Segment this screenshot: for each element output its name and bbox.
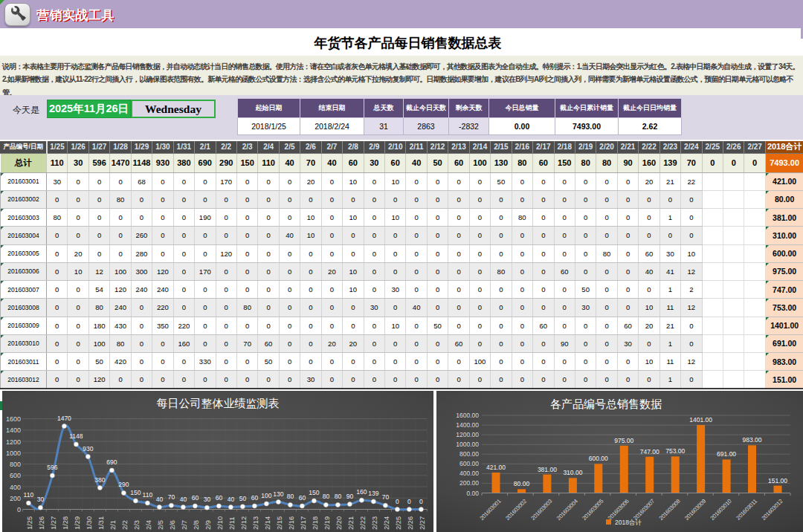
svg-text:201603004: 201603004 <box>555 498 579 522</box>
svg-text:975.00: 975.00 <box>614 437 633 444</box>
svg-text:0: 0 <box>419 498 423 505</box>
svg-text:800: 800 <box>10 461 21 468</box>
svg-text:2/6: 2/6 <box>169 520 176 530</box>
svg-text:2/12: 2/12 <box>240 516 248 530</box>
svg-text:600.00: 600.00 <box>459 460 479 467</box>
svg-text:421.00: 421.00 <box>486 464 506 471</box>
svg-text:930: 930 <box>83 445 93 452</box>
svg-text:983.00: 983.00 <box>743 436 762 444</box>
svg-text:201603001: 201603001 <box>478 498 502 522</box>
svg-text:2/11: 2/11 <box>228 517 236 530</box>
svg-text:80.00: 80.00 <box>514 480 530 487</box>
svg-text:2/21: 2/21 <box>347 516 355 530</box>
svg-text:747.00: 747.00 <box>640 448 660 455</box>
svg-text:201603009: 201603009 <box>683 498 707 522</box>
svg-text:201603005: 201603005 <box>581 498 604 522</box>
svg-text:40: 40 <box>228 496 235 503</box>
svg-text:60: 60 <box>251 494 259 502</box>
svg-text:1600.00: 1600.00 <box>456 412 479 419</box>
svg-text:40: 40 <box>156 496 164 503</box>
svg-text:600: 600 <box>10 472 21 479</box>
svg-text:0: 0 <box>407 498 411 505</box>
svg-text:2/2: 2/2 <box>121 520 129 530</box>
svg-text:1/28: 1/28 <box>62 516 69 530</box>
svg-text:151.00: 151.00 <box>768 477 787 484</box>
svg-text:290: 290 <box>118 481 129 488</box>
svg-text:1/26: 1/26 <box>38 516 45 530</box>
svg-text:30: 30 <box>37 496 45 503</box>
svg-text:2/17: 2/17 <box>300 516 307 530</box>
svg-text:400.00: 400.00 <box>459 470 479 477</box>
svg-text:1400: 1400 <box>6 426 21 434</box>
svg-text:2/15: 2/15 <box>276 516 283 530</box>
svg-text:1/29: 1/29 <box>74 516 81 530</box>
svg-text:201603010: 201603010 <box>709 498 733 522</box>
svg-text:2/22: 2/22 <box>359 516 367 530</box>
svg-text:2/20: 2/20 <box>335 516 343 530</box>
svg-text:2/1: 2/1 <box>109 520 117 530</box>
svg-text:2/13: 2/13 <box>252 516 259 530</box>
svg-text:80: 80 <box>335 493 342 500</box>
svg-text:每日公司整体业绩监测表: 每日公司整体业绩监测表 <box>157 397 280 409</box>
svg-text:1/30: 1/30 <box>86 516 93 530</box>
svg-text:1200.00: 1200.00 <box>456 431 479 438</box>
svg-text:100: 100 <box>261 492 271 499</box>
svg-text:2/8: 2/8 <box>193 520 200 530</box>
svg-text:150: 150 <box>130 489 141 496</box>
svg-text:90: 90 <box>346 493 354 500</box>
svg-text:201603011: 201603011 <box>735 498 758 522</box>
svg-text:2/18: 2/18 <box>312 516 319 530</box>
svg-text:201603003: 201603003 <box>529 498 553 522</box>
svg-text:1470: 1470 <box>57 415 71 422</box>
svg-text:690: 690 <box>106 458 117 466</box>
svg-text:2/3: 2/3 <box>133 520 141 530</box>
svg-text:201603008: 201603008 <box>658 498 682 522</box>
svg-text:1000: 1000 <box>6 450 21 457</box>
svg-text:150: 150 <box>309 489 319 496</box>
svg-text:2/10: 2/10 <box>216 516 224 530</box>
svg-text:200.00: 200.00 <box>459 479 479 487</box>
svg-text:753.00: 753.00 <box>665 447 685 455</box>
svg-text:2018合计: 2018合计 <box>615 519 642 526</box>
svg-text:1/27: 1/27 <box>50 516 57 530</box>
svg-text:110: 110 <box>143 491 153 499</box>
svg-text:600.00: 600.00 <box>589 455 608 462</box>
svg-text:2/23: 2/23 <box>371 516 378 530</box>
svg-text:80: 80 <box>287 493 294 500</box>
svg-text:2/7: 2/7 <box>181 520 188 530</box>
svg-text:400: 400 <box>10 484 21 491</box>
svg-text:30: 30 <box>204 496 211 503</box>
svg-text:139: 139 <box>368 490 378 497</box>
svg-text:2/4: 2/4 <box>145 520 152 530</box>
svg-text:130: 130 <box>273 490 283 498</box>
svg-text:1/31: 1/31 <box>97 516 105 530</box>
svg-text:60: 60 <box>216 494 223 502</box>
svg-text:80: 80 <box>323 493 330 500</box>
svg-text:1600: 1600 <box>6 415 21 423</box>
svg-text:2/26: 2/26 <box>407 516 414 530</box>
svg-text:160: 160 <box>356 488 367 496</box>
svg-text:2/24: 2/24 <box>383 516 390 530</box>
svg-text:70: 70 <box>382 493 390 501</box>
svg-text:201603012: 201603012 <box>760 498 784 522</box>
svg-text:1400.00: 1400.00 <box>456 421 479 429</box>
svg-text:800.00: 800.00 <box>459 450 479 458</box>
svg-text:2/25: 2/25 <box>395 516 402 530</box>
svg-text:0.00: 0.00 <box>466 490 479 497</box>
svg-text:381.00: 381.00 <box>538 466 557 473</box>
svg-text:50: 50 <box>239 495 247 502</box>
svg-text:60: 60 <box>192 494 199 502</box>
svg-text:1200: 1200 <box>6 438 21 446</box>
svg-text:0: 0 <box>396 498 399 505</box>
svg-text:1/25: 1/25 <box>26 516 33 530</box>
svg-text:2/16: 2/16 <box>288 516 295 530</box>
svg-text:各产品编号总销售数据: 各产品编号总销售数据 <box>550 398 662 410</box>
svg-text:40: 40 <box>180 496 187 503</box>
svg-text:60: 60 <box>299 494 306 502</box>
svg-text:70: 70 <box>168 493 175 501</box>
svg-text:2/9: 2/9 <box>204 520 212 530</box>
svg-text:1000.00: 1000.00 <box>456 441 479 448</box>
svg-text:0: 0 <box>17 506 21 513</box>
svg-text:2/27: 2/27 <box>419 516 426 530</box>
svg-text:1401.00: 1401.00 <box>689 416 712 424</box>
